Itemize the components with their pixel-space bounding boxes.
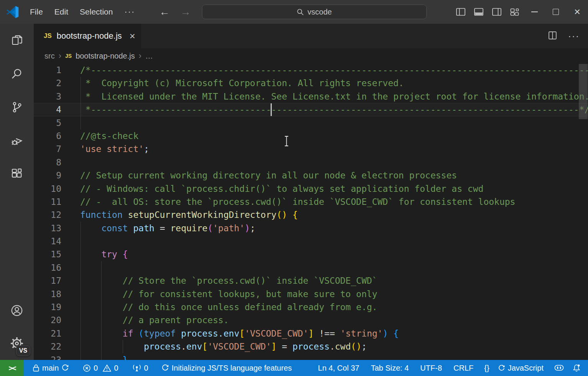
menu-file[interactable]: File: [24, 0, 49, 24]
code-text: *---------------------------------------…: [80, 103, 588, 116]
explorer-icon[interactable]: [0, 24, 34, 57]
editor-scrollbar[interactable]: [579, 64, 588, 119]
line-number[interactable]: 9: [34, 169, 61, 182]
line-number[interactable]: 3: [34, 90, 61, 103]
line-number[interactable]: 11: [34, 195, 61, 208]
broadcast-icon: [132, 364, 141, 372]
source-control-icon[interactable]: [0, 90, 34, 124]
code-line[interactable]: 2 * Copyright (c) Microsoft Corporation.…: [34, 77, 588, 90]
copilot-status-item[interactable]: [550, 360, 568, 376]
line-number[interactable]: 4: [34, 103, 61, 116]
code-line[interactable]: 9// Setup current working directory in a…: [34, 169, 588, 182]
command-center-search[interactable]: vscode: [202, 5, 427, 19]
profile-badge[interactable]: VS: [16, 345, 30, 356]
line-number[interactable]: 19: [34, 301, 61, 314]
line-number[interactable]: 16: [34, 261, 61, 274]
code-line[interactable]: 23 }: [34, 353, 588, 360]
line-number[interactable]: 17: [34, 274, 61, 287]
toggle-secondary-sidebar-icon[interactable]: [488, 0, 506, 24]
line-number[interactable]: 20: [34, 314, 61, 327]
branch-status-item[interactable]: main: [28, 360, 73, 376]
code-line[interactable]: 14: [34, 235, 588, 248]
minimize-button[interactable]: [524, 0, 545, 24]
line-number[interactable]: 8: [34, 156, 61, 169]
line-number[interactable]: 15: [34, 248, 61, 261]
close-window-button[interactable]: ×: [567, 0, 588, 24]
encoding-item[interactable]: UTF-8: [416, 360, 446, 376]
indent-guide: [101, 327, 102, 340]
indent-guide: [80, 301, 81, 314]
code-line[interactable]: 3 * Licensed under the MIT License. See …: [34, 90, 588, 103]
line-number[interactable]: 2: [34, 77, 61, 90]
line-number[interactable]: 23: [34, 353, 61, 360]
line-number[interactable]: 5: [34, 116, 61, 129]
code-line[interactable]: 13 const path = require('path');: [34, 222, 588, 235]
indent-guide: [101, 353, 102, 360]
warning-count: 0: [114, 364, 118, 373]
code-line[interactable]: 22 process.env['VSCODE_CWD'] = process.c…: [34, 340, 588, 353]
line-number[interactable]: 13: [34, 222, 61, 235]
code-line[interactable]: 17 // Store the `process.cwd()` inside `…: [34, 274, 588, 287]
toggle-primary-sidebar-icon[interactable]: [452, 0, 470, 24]
language-status-message[interactable]: Initializing JS/TS language features: [157, 360, 296, 376]
code-line[interactable]: 18 // for consistent lookups, but make s…: [34, 288, 588, 301]
breadcrumb-file[interactable]: bootstrap-node.js: [76, 52, 135, 60]
code-line[interactable]: 7'use strict';: [34, 142, 588, 155]
code-line[interactable]: 5: [34, 116, 588, 129]
remote-window-button[interactable]: ><: [0, 360, 24, 376]
code-line[interactable]: 11// - all OS: store the `process.cwd()`…: [34, 195, 588, 208]
code-line[interactable]: 4 *-------------------------------------…: [34, 103, 588, 116]
accounts-icon[interactable]: [0, 294, 34, 327]
activity-bar: VS: [0, 24, 34, 360]
code-text: if (typeof process.env['VSCODE_CWD'] !==…: [80, 327, 399, 340]
code-line[interactable]: 21 if (typeof process.env['VSCODE_CWD'] …: [34, 327, 588, 340]
customize-layout-icon[interactable]: [506, 0, 524, 24]
line-number[interactable]: 10: [34, 182, 61, 195]
line-number[interactable]: 18: [34, 288, 61, 301]
language-mode-item[interactable]: JavaScript: [494, 360, 548, 376]
toggle-panel-icon[interactable]: [470, 0, 488, 24]
menu-overflow-button[interactable]: ···: [118, 7, 141, 17]
indent-guide: [80, 274, 81, 287]
line-number[interactable]: 22: [34, 340, 61, 353]
braces-label: {}: [484, 364, 489, 373]
notifications-bell[interactable]: [568, 360, 585, 376]
code-line[interactable]: 20 // a parent process.: [34, 314, 588, 327]
menu-edit[interactable]: Edit: [49, 0, 74, 24]
search-view-icon[interactable]: [0, 57, 34, 90]
maximize-button[interactable]: [545, 0, 567, 24]
line-number[interactable]: 21: [34, 327, 61, 340]
code-line[interactable]: 15 try {: [34, 248, 588, 261]
breadcrumb-folder[interactable]: src: [44, 52, 55, 60]
indentation-item[interactable]: Tab Size: 4: [366, 360, 413, 376]
go-back-button[interactable]: ←: [159, 6, 169, 18]
formatter-item[interactable]: {}: [480, 360, 493, 376]
ports-status-item[interactable]: 0: [128, 360, 153, 376]
problems-status-item[interactable]: 0 0: [79, 360, 122, 376]
line-number[interactable]: 7: [34, 142, 61, 155]
code-line[interactable]: 19 // do this once unless defined alread…: [34, 301, 588, 314]
code-line[interactable]: 12function setupCurrentWorkingDirectory(…: [34, 208, 588, 221]
more-actions-icon[interactable]: ···: [568, 31, 580, 41]
breadcrumb-symbol[interactable]: …: [145, 52, 153, 60]
line-number[interactable]: 6: [34, 129, 61, 142]
extensions-icon[interactable]: [0, 157, 34, 190]
code-editor[interactable]: 1/*-------------------------------------…: [34, 64, 588, 360]
menu-selection[interactable]: Selection: [74, 0, 118, 24]
code-line[interactable]: 1/*-------------------------------------…: [34, 64, 588, 77]
eol-item[interactable]: CRLF: [449, 360, 478, 376]
cursor-position-item[interactable]: Ln 4, Col 37: [314, 360, 364, 376]
code-line[interactable]: 16: [34, 261, 588, 274]
code-line[interactable]: 10// - Windows: call `process.chdir()` t…: [34, 182, 588, 195]
run-and-debug-icon[interactable]: [0, 124, 34, 157]
split-editor-icon[interactable]: [549, 31, 557, 41]
code-line[interactable]: 6//@ts-check: [34, 129, 588, 142]
go-forward-button[interactable]: →: [180, 6, 191, 18]
code-line[interactable]: 8: [34, 156, 588, 169]
close-tab-icon[interactable]: ×: [130, 31, 135, 41]
line-number[interactable]: 12: [34, 208, 61, 221]
line-number[interactable]: 14: [34, 235, 61, 248]
indent-guide: [80, 327, 81, 340]
line-number[interactable]: 1: [34, 64, 61, 77]
tab-bootstrap-node-js[interactable]: JS bootstrap-node.js ×: [34, 24, 141, 48]
